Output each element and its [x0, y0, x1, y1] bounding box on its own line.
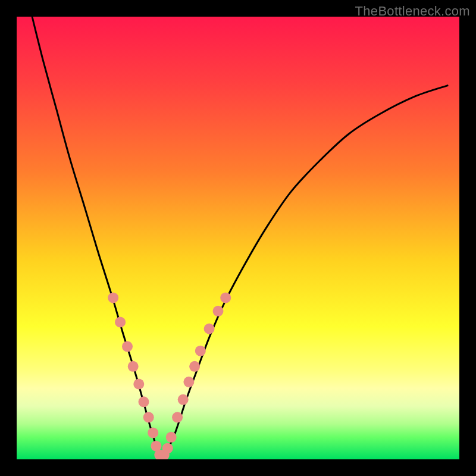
bottleneck-curve: [32, 17, 448, 456]
marker-dot: [195, 346, 206, 356]
marker-dot: [166, 432, 177, 443]
marker-dot: [204, 324, 215, 334]
marker-dot: [133, 379, 144, 390]
marker-dot: [183, 377, 194, 387]
marker-dot: [122, 341, 133, 352]
marker-dot: [148, 427, 158, 438]
curve-group: [32, 17, 448, 456]
marker-dot: [115, 317, 126, 327]
watermark-text: TheBottleneck.com: [355, 4, 470, 19]
chart-svg: [17, 17, 459, 459]
marker-dot: [178, 394, 189, 405]
marker-dot: [108, 292, 118, 303]
marker-dot: [172, 412, 183, 422]
marker-dot: [189, 361, 200, 372]
marker-dot: [143, 412, 154, 422]
outer-frame: TheBottleneck.com: [0, 0, 476, 476]
plot-area: [17, 17, 459, 459]
marker-dot: [128, 361, 139, 372]
marker-dot: [139, 396, 149, 407]
marker-dot: [220, 292, 231, 303]
marker-dot: [162, 443, 173, 453]
markers-group: [108, 292, 231, 459]
marker-dot: [213, 306, 224, 317]
